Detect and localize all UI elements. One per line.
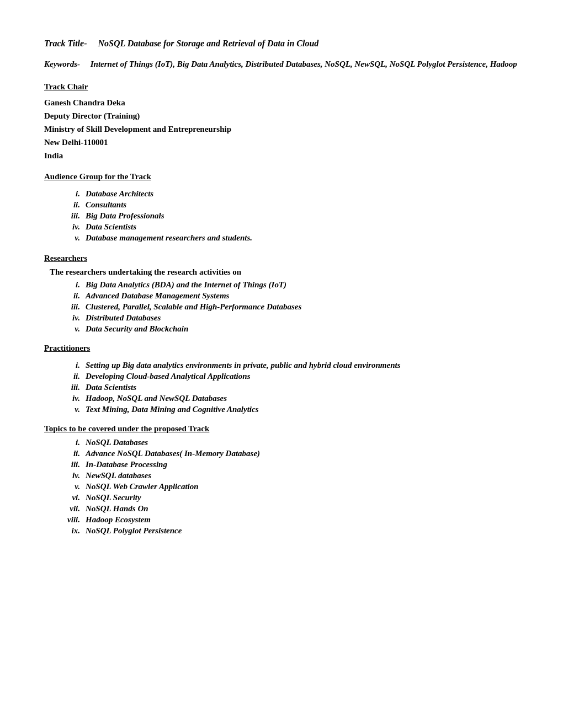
list-item: ii. Advance NoSQL Databases( In-Memory D… [66, 449, 519, 458]
list-item: iv. Distributed Databases [66, 313, 519, 323]
list-item: ii. Advanced Database Management Systems [66, 291, 519, 301]
track-title-line: Track Title- NoSQL Database for Storage … [44, 39, 519, 49]
audience-heading: Audience Group for the Track [44, 172, 151, 181]
list-item: i. NoSQL Databases [66, 438, 519, 447]
list-item: i. Big Data Analytics (BDA) and the Inte… [66, 280, 519, 290]
topics-list: i. NoSQL Databases ii. Advance NoSQL Dat… [44, 438, 519, 536]
researchers-heading: Researchers [44, 254, 87, 263]
list-item: i. Database Architects [66, 189, 519, 199]
list-item: i. Setting up Big data analytics environ… [66, 361, 519, 370]
track-chair-heading: Track Chair [44, 82, 88, 92]
chair-name: Ganesh Chandra Deka [44, 96, 519, 109]
list-item: ii. Consultants [66, 200, 519, 210]
track-title-label: Track Title- [44, 39, 87, 48]
list-item: iv. NewSQL databases [66, 471, 519, 480]
researchers-subtitle: The researchers undertaking the research… [44, 267, 519, 277]
practitioners-section: Practitioners i. Setting up Big data ana… [44, 344, 519, 414]
list-item: iv. Hadoop, NoSQL and NewSQL Databases [66, 394, 519, 403]
chair-organization: Ministry of Skill Development and Entrep… [44, 122, 519, 136]
list-item: vii. NoSQL Hands On [66, 504, 519, 513]
keywords-label: Keywords- [44, 60, 80, 68]
audience-list: i. Database Architects ii. Consultants i… [44, 189, 519, 243]
list-item: ii. Developing Cloud-based Analytical Ap… [66, 372, 519, 381]
researchers-section: Researchers The researchers undertaking … [44, 254, 519, 334]
practitioners-list: i. Setting up Big data analytics environ… [44, 361, 519, 414]
list-item: ix. NoSQL Polyglot Persistence [66, 526, 519, 536]
topics-heading: Topics to be covered under the proposed … [44, 424, 519, 433]
list-item: v. Text Mining, Data Mining and Cognitiv… [66, 405, 519, 414]
chair-country: India [44, 149, 519, 162]
chair-title: Deputy Director (Training) [44, 109, 519, 122]
list-item: viii. Hadoop Ecosystem [66, 515, 519, 524]
list-item: iii. Clustered, Parallel, Scalable and H… [66, 302, 519, 312]
practitioners-heading: Practitioners [44, 344, 90, 353]
topics-section: Topics to be covered under the proposed … [44, 424, 519, 536]
researchers-list: i. Big Data Analytics (BDA) and the Inte… [44, 280, 519, 334]
list-item: vi. NoSQL Security [66, 493, 519, 502]
keywords-value: Internet of Things (IoT), Big Data Analy… [91, 60, 517, 68]
track-chair-section: Track Chair Ganesh Chandra Deka Deputy D… [44, 82, 519, 162]
audience-section: Audience Group for the Track i. Database… [44, 172, 519, 243]
track-title-value: NoSQL Database for Storage and Retrieval… [98, 39, 318, 48]
chair-city: New Delhi-110001 [44, 136, 519, 149]
list-item: v. NoSQL Web Crawler Application [66, 482, 519, 491]
list-item: iv. Data Scientists [66, 222, 519, 232]
list-item: iii. Data Scientists [66, 383, 519, 392]
list-item: iii. Big Data Professionals [66, 211, 519, 221]
list-item: iii. In-Database Processing [66, 460, 519, 469]
keywords-section: Keywords- Internet of Things (IoT), Big … [44, 60, 519, 69]
list-item: v. Database management researchers and s… [66, 233, 519, 243]
track-title-section: Track Title- NoSQL Database for Storage … [44, 39, 519, 49]
list-item: v. Data Security and Blockchain [66, 324, 519, 334]
chair-info: Ganesh Chandra Deka Deputy Director (Tra… [44, 96, 519, 162]
keywords-line: Keywords- Internet of Things (IoT), Big … [44, 60, 519, 69]
